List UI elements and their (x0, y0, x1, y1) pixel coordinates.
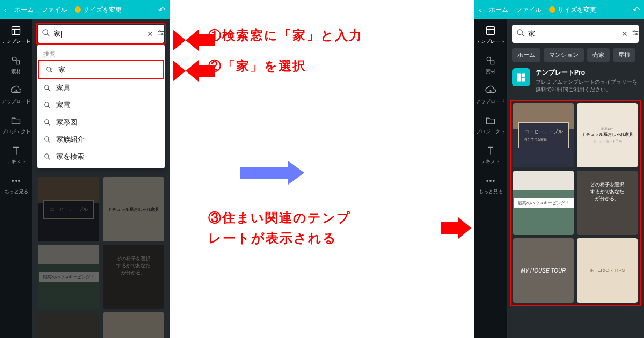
template-thumb[interactable]: コーヒーテーブル (38, 177, 99, 241)
rail-text[interactable]: テキスト (6, 145, 26, 165)
svg-rect-42 (522, 78, 525, 82)
svg-point-18 (45, 102, 49, 107)
svg-rect-30 (491, 61, 494, 64)
side-rail: テンプレート 素材 アップロード プロジェクト テキスト もっと見る (0, 19, 32, 338)
dropdown-header: 推奨 (37, 48, 165, 60)
rail-template[interactable]: テンプレート (2, 25, 31, 45)
template-thumb[interactable]: 最高のハウスキーピング！ (38, 245, 99, 309)
svg-point-13 (162, 33, 163, 35)
svg-point-22 (45, 137, 49, 141)
template-panel: ✕ 推奨 家 家具 家電 家系図 家族紹介 家を検索 コーヒーテーブル ナチュラ… (32, 19, 170, 338)
annotation-arrow-3 (441, 217, 471, 239)
back-icon[interactable]: ‹ (479, 5, 481, 14)
template-thumb[interactable]: MY HOUSE TOUR (513, 238, 574, 303)
filter-icon[interactable] (157, 28, 165, 39)
annotation-1: ①検索窓に「家」と入力 (208, 27, 363, 44)
chip[interactable]: マンション (544, 48, 584, 62)
filter-chips: ホーム マンション 売家 屋根 不動 › (512, 48, 639, 62)
side-rail: テンプレート 素材 アップロード プロジェクト テキスト もっと見る (474, 19, 507, 338)
template-thumb[interactable]: 簡単DIYナチュラル系おしゃれ家具ホーム・セントラル (577, 103, 638, 167)
rail-project[interactable]: プロジェクト (476, 115, 505, 135)
chip[interactable]: 売家 (587, 48, 610, 62)
chip[interactable]: 屋根 (613, 48, 635, 62)
home-link[interactable]: ホーム (489, 5, 508, 14)
svg-rect-4 (16, 61, 20, 64)
svg-line-25 (48, 158, 50, 160)
app-right: ‹ ホーム ファイル サイズを変更 ↶ テンプレート 素材 アップロード プロジ… (474, 0, 644, 338)
dropdown-item-3[interactable]: 家系図 (37, 114, 165, 131)
filter-icon[interactable] (631, 28, 640, 39)
pro-icon (512, 68, 530, 86)
home-link[interactable]: ホーム (14, 5, 34, 14)
flow-arrow (240, 161, 304, 185)
undo-icon[interactable]: ↶ (158, 5, 165, 15)
dropdown-item-4[interactable]: 家族紹介 (37, 131, 165, 148)
svg-rect-40 (517, 74, 521, 82)
promo-desc: プレミアムテンプレートのライブラリーを無料で30日間ご利用ください。 (536, 78, 639, 93)
search-dropdown: 推奨 家 家具 家電 家系図 家族紹介 家を検索 (37, 45, 165, 168)
crown-icon (549, 6, 555, 13)
svg-point-16 (45, 85, 49, 90)
svg-point-20 (45, 120, 49, 124)
svg-point-3 (12, 57, 16, 61)
promo-banner[interactable]: テンプレートPro プレミアムテンプレートのライブラリーを無料で30日間ご利用く… (512, 68, 639, 93)
template-thumb[interactable]: INTERIOR TIPS (103, 312, 164, 338)
clear-icon[interactable]: ✕ (147, 30, 153, 38)
resize-button[interactable]: サイズを変更 (75, 5, 122, 14)
template-thumb[interactable]: MY HOUSE TOUR (38, 312, 99, 338)
template-thumb[interactable]: どの椅子を選択するかであなたが分かる。 (103, 245, 164, 309)
svg-point-33 (493, 180, 495, 182)
rail-upload[interactable]: アップロード (2, 85, 31, 105)
svg-point-12 (159, 31, 161, 32)
search-icon (42, 28, 50, 39)
svg-point-34 (517, 30, 522, 34)
file-menu[interactable]: ファイル (516, 5, 541, 14)
svg-line-17 (48, 89, 50, 91)
back-icon[interactable]: ‹ (4, 5, 7, 14)
dropdown-item-1[interactable]: 家具 (37, 79, 165, 97)
dropdown-item-5[interactable]: 家を検索 (37, 148, 165, 165)
svg-line-21 (48, 123, 50, 126)
rail-upload[interactable]: アップロード (476, 85, 505, 105)
file-menu[interactable]: ファイル (41, 5, 67, 14)
svg-point-32 (490, 180, 492, 182)
svg-point-24 (45, 154, 49, 158)
rail-elements[interactable]: 素材 (485, 55, 496, 75)
topbar: ‹ ホーム ファイル サイズを変更 ↶ (474, 0, 644, 19)
template-thumb[interactable]: どの椅子を選択するかであなたが分かる。 (577, 171, 638, 235)
svg-point-14 (47, 67, 51, 71)
template-grid: コーヒーテーブル自分で作る家具 簡単DIYナチュラル系おしゃれ家具ホーム・セント… (510, 100, 641, 306)
dropdown-item-0[interactable]: 家 (38, 60, 164, 79)
dropdown-item-2[interactable]: 家電 (37, 97, 165, 114)
rail-project[interactable]: プロジェクト (2, 115, 31, 135)
template-thumb[interactable]: INTERIOR TIPS (577, 238, 638, 303)
resize-button[interactable]: サイズを変更 (549, 5, 596, 14)
annotation-3b: レートが表示される (208, 230, 337, 247)
undo-icon[interactable]: ↶ (633, 5, 640, 15)
rail-template[interactable]: テンプレート (476, 25, 505, 45)
promo-title: テンプレートPro (536, 68, 639, 77)
template-thumb[interactable]: ナチュラル系おしゃれ家具 (103, 177, 164, 241)
template-thumb[interactable]: 最高のハウスキーピング！ (513, 171, 574, 235)
search-box[interactable]: ✕ (512, 25, 639, 43)
search-icon (516, 28, 525, 39)
search-box[interactable]: ✕ (38, 25, 164, 43)
template-thumb[interactable]: コーヒーテーブル自分で作る家具 (513, 103, 574, 167)
svg-line-19 (48, 106, 50, 108)
svg-line-15 (50, 71, 53, 73)
app-left: ‹ ホーム ファイル サイズを変更 ↶ テンプレート 素材 アップロード プロジ… (0, 0, 170, 338)
chip[interactable]: ホーム (512, 48, 540, 62)
search-input[interactable] (54, 30, 144, 38)
topbar: ‹ ホーム ファイル サイズを変更 ↶ (0, 0, 170, 19)
rail-more[interactable]: もっと見る (4, 175, 28, 195)
rail-more[interactable]: もっと見る (479, 175, 503, 195)
search-input[interactable] (528, 30, 618, 38)
svg-line-23 (48, 141, 50, 143)
rail-elements[interactable]: 素材 (10, 55, 22, 75)
crown-icon (75, 6, 81, 13)
svg-point-31 (487, 180, 488, 182)
annotation-3a: ③住まい関連のテンプ (208, 209, 351, 226)
clear-icon[interactable]: ✕ (621, 30, 628, 38)
svg-line-35 (522, 34, 524, 36)
rail-text[interactable]: テキスト (481, 145, 500, 165)
